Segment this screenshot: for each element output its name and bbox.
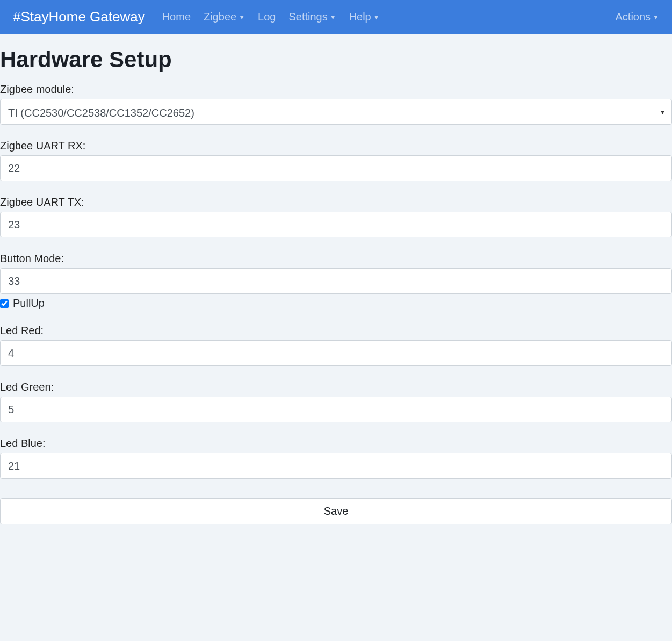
button-mode-input[interactable] <box>0 268 672 294</box>
nav-home[interactable]: Home <box>162 11 191 23</box>
field-led-red: Led Red: <box>0 325 672 366</box>
pullup-row: PullUp <box>0 297 672 309</box>
nav-home-label: Home <box>162 11 191 23</box>
nav-zigbee[interactable]: Zigbee ▼ <box>204 11 245 23</box>
field-uart-rx: Zigbee UART RX: <box>0 140 672 181</box>
chevron-down-icon: ▼ <box>373 14 380 20</box>
nav-zigbee-label: Zigbee <box>204 11 236 23</box>
led-red-label: Led Red: <box>0 325 672 337</box>
pullup-checkbox[interactable] <box>0 299 9 308</box>
zigbee-module-label: Zigbee module: <box>0 83 672 96</box>
page-title: Hardware Setup <box>0 47 672 73</box>
nav-actions-label: Actions <box>616 11 651 23</box>
led-blue-input[interactable] <box>0 453 672 479</box>
field-uart-tx: Zigbee UART TX: <box>0 196 672 237</box>
navbar-brand[interactable]: #StayHome Gateway <box>13 9 145 25</box>
led-green-label: Led Green: <box>0 381 672 393</box>
button-mode-label: Button Mode: <box>0 253 672 265</box>
zigbee-module-select-wrap: TI (CC2530/CC2538/CC1352/CC2652) <box>0 99 672 125</box>
field-led-blue: Led Blue: <box>0 437 672 479</box>
uart-tx-input[interactable] <box>0 212 672 237</box>
navbar: #StayHome Gateway Home Zigbee ▼ Log Sett… <box>0 0 672 34</box>
nav-help-label: Help <box>349 11 371 23</box>
nav-log[interactable]: Log <box>258 11 276 23</box>
pullup-label: PullUp <box>13 297 45 309</box>
nav-help[interactable]: Help ▼ <box>349 11 380 23</box>
nav-settings-label: Settings <box>288 11 327 23</box>
led-red-input[interactable] <box>0 340 672 366</box>
uart-rx-label: Zigbee UART RX: <box>0 140 672 152</box>
navbar-nav: Home Zigbee ▼ Log Settings ▼ Help ▼ Acti… <box>162 11 659 23</box>
nav-actions[interactable]: Actions ▼ <box>616 11 659 23</box>
save-button[interactable]: Save <box>0 498 672 524</box>
led-blue-label: Led Blue: <box>0 437 672 450</box>
chevron-down-icon: ▼ <box>330 14 336 20</box>
uart-rx-input[interactable] <box>0 155 672 181</box>
field-button-mode: Button Mode: PullUp <box>0 253 672 309</box>
uart-tx-label: Zigbee UART TX: <box>0 196 672 208</box>
field-zigbee-module: Zigbee module: TI (CC2530/CC2538/CC1352/… <box>0 83 672 125</box>
field-led-green: Led Green: <box>0 381 672 422</box>
led-green-input[interactable] <box>0 397 672 422</box>
chevron-down-icon: ▼ <box>239 14 245 20</box>
nav-log-label: Log <box>258 11 276 23</box>
chevron-down-icon: ▼ <box>653 14 659 20</box>
nav-settings[interactable]: Settings ▼ <box>288 11 336 23</box>
zigbee-module-select[interactable]: TI (CC2530/CC2538/CC1352/CC2652) <box>0 99 672 125</box>
main-content: Hardware Setup Zigbee module: TI (CC2530… <box>0 47 672 537</box>
